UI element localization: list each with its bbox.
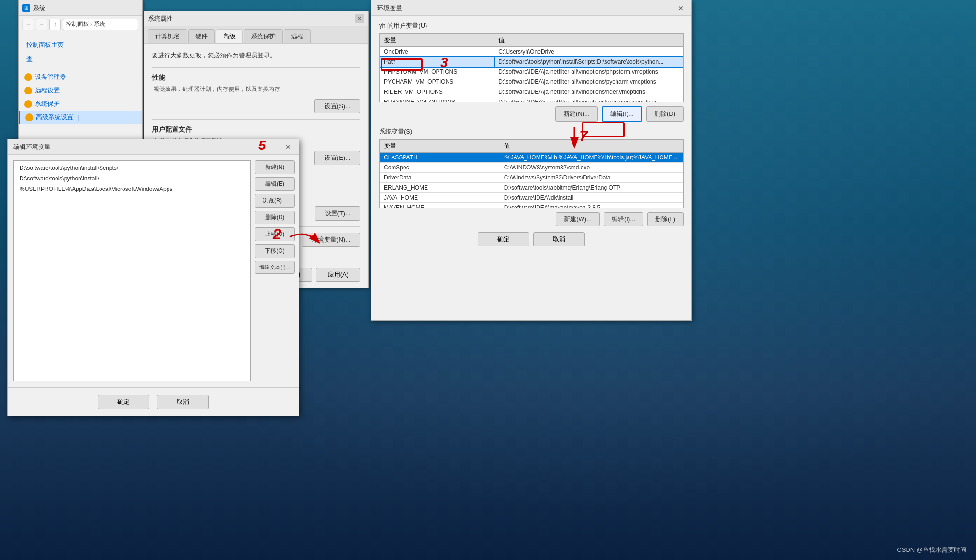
table-row[interactable]: RUBYMINE_VM_OPTIONS D:\software\IDEA\ja-… [380,97,683,103]
system-delete-button[interactable]: 删除(L) [647,212,684,226]
performance-desc: 视觉效果，处理器计划，内存使用，以及虚拟内存 [152,85,360,93]
list-item-2[interactable]: D:\software\tools\python\install\ [16,173,248,184]
sidebar-item-remote[interactable]: 远程设置 [19,84,142,97]
var-value: D:\software\IDEA\ja-netfilter-all\vmopti… [494,67,683,77]
query-link[interactable]: 查 [19,52,142,67]
table-row[interactable]: PHPSTORM_VM_OPTIONS D:\software\IDEA\ja-… [380,67,683,77]
performance-title: 性能 [152,74,360,82]
var-value: D:\software\IDEA\maven\maven-3.8.5 [500,203,683,209]
address-bar[interactable]: 控制面板 › 系统 [63,19,138,30]
user-delete-button[interactable]: 删除(D) [646,106,684,122]
table-row[interactable]: RIDER_VM_OPTIONS D:\software\IDEA\ja-net… [380,87,683,97]
performance-settings-button[interactable]: 设置(S)... [314,99,360,113]
system-vars-table-wrapper: 变量 值 CLASSPATH ;%JAVA_HOME%\lib;%JAVA_HO… [379,139,684,208]
control-panel-home-link[interactable]: 控制面板主页 [19,38,142,52]
editenv-ok-button[interactable]: 确定 [98,395,149,409]
editenv-edit-button[interactable]: 编辑(E) [255,177,295,191]
table-row[interactable]: ERLANG_HOME D:\software\tools\rabbitmq\E… [380,183,683,193]
back-button[interactable]: ← [22,19,34,30]
address-text: 控制面板 [66,20,89,28]
envvar-ok-button[interactable]: 确定 [478,232,529,246]
sidebar-item-advanced[interactable]: 高级系统设置 | [19,111,142,124]
table-row[interactable]: MAVEN_HOME D:\software\IDEA\maven\maven-… [380,203,683,209]
editenv-up-button[interactable]: 上移(U) [255,227,295,241]
editenv-sidebar: 新建(N) 编辑(E) 浏览(B)... 删除(D) 上移(U) 下移(O) 编… [251,155,299,387]
system-vars-table: 变量 值 CLASSPATH ;%JAVA_HOME%\lib;%JAVA_HO… [380,139,683,208]
forward-button[interactable]: → [36,19,47,30]
editenv-list[interactable]: D:\software\tools\python\install\Scripts… [13,160,251,381]
var-value-path: D:\software\tools\python\install\Scripts… [494,57,683,67]
startup-settings-button[interactable]: 设置(T)... [315,206,360,221]
envvar-cancel-button[interactable]: 取消 [533,232,585,246]
sysprops-tab-bar: 计算机名 硬件 高级 系统保护 远程 [144,26,368,44]
editenv-edit-text-button[interactable]: 编辑文本(I)... [255,261,295,274]
editenv-window: 编辑环境变量 ✕ D:\software\tools\python\instal… [7,139,299,416]
tab-remote[interactable]: 远程 [284,29,311,43]
divider2 [152,119,360,120]
system-vars-label: 系统变量(S) [379,127,684,136]
table-row[interactable]: PYCHARM_VM_OPTIONS D:\software\IDEA\ja-n… [380,77,683,87]
user-edit-button[interactable]: 编辑(I)... [602,106,642,122]
editenv-delete-button[interactable]: 删除(D) [255,211,295,224]
system-window-icon: ⊞ [22,4,30,12]
tab-hardware[interactable]: 硬件 [188,29,215,43]
table-row-classpath[interactable]: CLASSPATH ;%JAVA_HOME%\lib;%JAVA_HOME%\l… [380,153,683,163]
user-profiles-settings-button[interactable]: 设置(E)... [314,151,360,165]
envvar-close-button[interactable]: ✕ [676,3,685,13]
sysprops-title: 系统属性 [148,14,173,23]
sysprops-titlebar: 系统属性 ✕ [144,11,368,26]
var-name: OneDrive [380,47,494,57]
table-row[interactable]: JAVA_HOME D:\software\IDEA\jdk\install [380,193,683,203]
env-variables-button[interactable]: 环境变量(N)... [302,233,360,247]
address-segment: 系统 [94,20,105,28]
editenv-body: D:\software\tools\python\install\Scripts… [8,155,299,387]
system-vars-col-name: 变量 [380,140,500,153]
sysprops-apply-button[interactable]: 应用(A) [316,268,360,282]
user-profiles-title: 用户配置文件 [152,125,360,134]
table-row[interactable]: OneDrive C:\Users\yh\OneDrive [380,47,683,57]
up-button[interactable]: ↑ [49,19,61,30]
list-item-1[interactable]: D:\software\tools\python\install\Scripts… [16,163,248,173]
sidebar-item-advanced-label: 高级系统设置 [36,113,73,122]
editenv-new-button[interactable]: 新建(N) [255,160,295,174]
var-name: JAVA_HOME [380,193,500,203]
var-name: ComSpec [380,163,500,173]
user-vars-table-wrapper: 变量 值 OneDrive C:\Users\yh\OneDrive Path … [379,33,684,102]
sidebar-section: 设备管理器 远程设置 系统保护 高级系统设置 | [19,67,142,126]
tab-system-protection[interactable]: 系统保护 [244,29,283,43]
system-edit-button[interactable]: 编辑(I)... [604,212,643,226]
table-row[interactable]: ComSpec C:\WINDOWS\system32\cmd.exe [380,163,683,173]
editenv-footer: 确定 取消 [8,387,299,416]
user-new-button[interactable]: 新建(N)... [555,106,598,122]
editenv-down-button[interactable]: 下移(O) [255,244,295,258]
shield-icon-protection [24,100,32,108]
table-row[interactable]: DriverData C:\Windows\System32\Drivers\D… [380,173,683,183]
editenv-cancel-button[interactable]: 取消 [157,395,209,409]
var-name: RIDER_VM_OPTIONS [380,87,494,97]
var-name: RUBYMINE_VM_OPTIONS [380,97,494,103]
tab-computer-name[interactable]: 计算机名 [148,29,187,43]
sysprops-close-button[interactable]: ✕ [355,14,364,23]
shield-icon-advanced [25,113,33,121]
var-value: C:\WINDOWS\system32\cmd.exe [500,163,683,173]
system-vars-col-value: 值 [500,140,683,153]
shield-icon-remote [24,87,32,94]
list-item-3[interactable]: %USERPROFILE%\AppData\Local\Microsoft\Wi… [16,184,248,194]
var-name: PYCHARM_VM_OPTIONS [380,77,494,87]
var-value: ;%JAVA_HOME%\lib;%JAVA_HOME%\lib\tools.j… [500,153,683,163]
envvar-content: yh 的用户变量(U) 变量 值 OneDrive C:\Users\yh\On… [371,16,691,252]
envvar-titlebar: 环境变量 ✕ [371,0,691,16]
system-new-button[interactable]: 新建(W)... [556,212,600,226]
sysprops-notice: 要进行大多数更改，您必须作为管理员登录。 [152,51,360,60]
table-row-path[interactable]: Path D:\software\tools\python\install\Sc… [380,57,683,67]
var-value: D:\software\IDEA\ja-netfilter-all\vmopti… [494,97,683,103]
sidebar-item-protection[interactable]: 系统保护 [19,97,142,111]
user-vars-actions: 新建(N)... 编辑(I)... 删除(D) [379,106,684,122]
envvar-title: 环境变量 [377,4,402,12]
tab-advanced[interactable]: 高级 [216,29,243,43]
sidebar-item-device-manager[interactable]: 设备管理器 [19,70,142,84]
sidebar-item-remote-label: 远程设置 [35,86,60,95]
var-value: C:\Windows\System32\Drivers\DriverData [500,173,683,183]
editenv-close-button[interactable]: ✕ [283,142,293,152]
editenv-browse-button[interactable]: 浏览(B)... [255,194,295,208]
